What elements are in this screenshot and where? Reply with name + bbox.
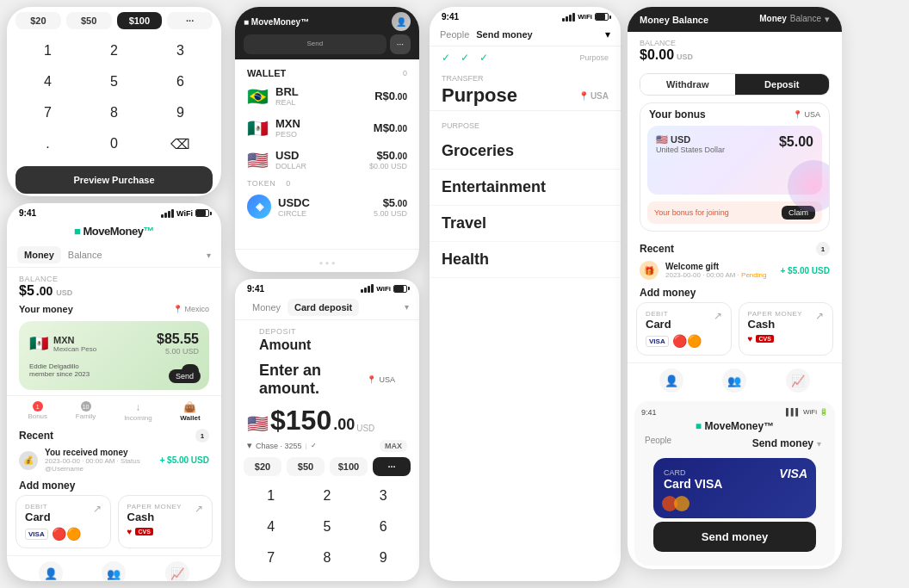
right-people-icon[interactable]: 👥 [722, 368, 746, 393]
right-add-card[interactable]: ↗ DEBIT Card VISA 🔴🟠 [636, 302, 732, 356]
withdraw-button[interactable]: Withdraw [640, 74, 735, 95]
nav-bonus[interactable]: 1 Bonus [28, 401, 47, 422]
key-4[interactable]: 4 [15, 67, 80, 96]
tab-money[interactable]: Money [17, 246, 61, 263]
profile-avatar[interactable]: 👤 [392, 12, 411, 31]
wifi-icon: WiFi [176, 209, 193, 218]
cd-key-6[interactable]: 6 [356, 512, 411, 542]
purpose-groceries[interactable]: Groceries [430, 133, 621, 170]
family-badge: 10 [81, 401, 91, 412]
quick-50[interactable]: $50 [287, 457, 325, 476]
preview-purchase-button[interactable]: Preview Purchase [15, 166, 213, 194]
purpose-title: Purpose 📍 USA [430, 84, 621, 107]
check-row: ✓ ✓ ✓ Purpose [430, 46, 621, 69]
people-icon-btn[interactable]: 👥 [102, 561, 126, 581]
key-9[interactable]: 9 [148, 98, 213, 127]
nav-incoming[interactable]: ↓ Incoming [124, 401, 152, 422]
key-5[interactable]: 5 [82, 67, 146, 96]
send-dropdown-icon[interactable]: ▾ [605, 28, 610, 40]
mb-tab-balance[interactable]: Balance [790, 14, 821, 25]
key-1[interactable]: 1 [15, 36, 80, 65]
right-person-icon[interactable]: 👤 [659, 368, 683, 393]
cd-key-1[interactable]: 1 [244, 481, 298, 511]
sm-time: 9:41 [442, 12, 459, 22]
person-icon-btn[interactable]: 👤 [39, 561, 63, 581]
currency-mxn[interactable]: 🇲🇽 MXN PESO M$0.00 [235, 112, 419, 144]
cd-tab-money[interactable]: Money [245, 299, 288, 316]
cd-wifi: WiFi [376, 285, 391, 293]
purpose-entertainment[interactable]: Entertainment [430, 170, 621, 206]
recent-amount: + $5.00 USD [159, 455, 209, 465]
right-balance-total: $0 .00 USD [640, 47, 830, 63]
send-button[interactable]: Send [244, 34, 386, 54]
purpose-health[interactable]: Health [430, 242, 621, 278]
right-chart-icon[interactable]: 📈 [786, 368, 810, 393]
purpose-section-label: PURPOSE [430, 115, 621, 133]
tab-balance[interactable]: Balance [61, 246, 109, 263]
quick-more[interactable]: ··· [373, 457, 411, 476]
rb-dropdown-icon[interactable]: ▾ [817, 439, 821, 449]
right-cash-type-label: PAPER MONEY [748, 310, 825, 318]
amount-chip-50[interactable]: $50 [66, 12, 112, 29]
key-8[interactable]: 8 [82, 98, 146, 127]
amount-chip-more[interactable]: ··· [167, 12, 213, 29]
key-3[interactable]: 3 [148, 36, 213, 65]
rb-tab-people[interactable]: People [645, 436, 671, 451]
tab-people[interactable]: People [440, 29, 469, 40]
add-money-card-card[interactable]: ↗ DEBIT Card VISA 🔴🟠 [15, 495, 111, 548]
chart-icon-btn[interactable]: 📈 [165, 561, 189, 581]
rb-tab-send-money[interactable]: Send money [752, 437, 813, 449]
purpose-travel[interactable]: Travel [430, 206, 621, 242]
cd-tab-card[interactable]: Card deposit [288, 299, 359, 316]
right-add-cash[interactable]: ↗ PAPER MONEY Cash ♥ CVS [739, 302, 834, 356]
mxn-amount: M$0.00 [374, 121, 407, 134]
cd-key-0[interactable]: 0 [300, 574, 354, 581]
deposit-button[interactable]: Deposit [735, 74, 830, 95]
usd-info: USD DOLLAR [275, 149, 362, 170]
key-backspace[interactable]: ⌫ [148, 129, 213, 159]
cd-key-7[interactable]: 7 [244, 543, 298, 573]
nav-family[interactable]: 10 Family [76, 401, 96, 422]
total-curr: USD [56, 288, 72, 297]
currency-usd[interactable]: 🇺🇸 USD DOLLAR $50.00 $0.00 USD [235, 144, 419, 176]
card-send-button[interactable]: Send [169, 369, 201, 383]
currency-brl[interactable]: 🇧🇷 BRL REAL R$0.00 [235, 80, 419, 112]
more-button[interactable]: ··· [390, 34, 411, 54]
quick-100[interactable]: $100 [330, 457, 368, 476]
cd-key-back[interactable]: ⌫ [356, 574, 411, 581]
sm-status-icons: WiFi [562, 13, 609, 22]
key-6[interactable]: 6 [148, 67, 213, 96]
quick-amounts: $20 $50 $100 ··· [235, 454, 419, 480]
amount-chip-20[interactable]: $20 [15, 12, 61, 29]
divider [430, 110, 621, 111]
mxn-flag: 🇲🇽 [247, 118, 269, 139]
cd-key-5[interactable]: 5 [300, 512, 354, 542]
token-usdc[interactable]: ◈ USDC CIRCLE $5.00 5.00 USD [235, 189, 419, 224]
cd-battery [393, 285, 407, 293]
cd-tab-dropdown[interactable]: ▾ [405, 302, 409, 312]
cd-key-3[interactable]: 3 [356, 481, 411, 511]
max-button[interactable]: MAX [380, 440, 407, 452]
cd-key-2[interactable]: 2 [300, 481, 354, 511]
token-section-divider: TOKEN 0 [235, 176, 419, 189]
cd-key-dot[interactable]: . [244, 574, 298, 581]
key-7[interactable]: 7 [15, 98, 80, 127]
key-2[interactable]: 2 [82, 36, 146, 65]
add-money-card-cash[interactable]: ↗ PAPER MONEY Cash ♥ CVS [118, 495, 213, 548]
tab-dropdown[interactable]: ▾ [207, 251, 211, 260]
rb-logo: ■ MoveMoney™ [641, 420, 828, 436]
nav-wallet[interactable]: 👜 Wallet [180, 401, 200, 422]
send-money-button[interactable]: Send money [653, 522, 816, 552]
key-dot[interactable]: . [15, 129, 80, 159]
quick-20[interactable]: $20 [244, 457, 281, 476]
key-0[interactable]: 0 [82, 129, 146, 159]
cd-key-9[interactable]: 9 [356, 543, 411, 573]
bonus-header: Your bonus 📍 USA [640, 103, 829, 126]
amount-chip-100[interactable]: $100 [117, 12, 163, 29]
right-recent-avatar: 🎁 [640, 261, 659, 280]
total-dec: .00 [36, 284, 53, 298]
mb-tab-money[interactable]: Money [759, 14, 787, 25]
tab-send-money[interactable]: Send money [476, 29, 532, 40]
cd-key-4[interactable]: 4 [244, 512, 298, 542]
cd-key-8[interactable]: 8 [300, 543, 354, 573]
